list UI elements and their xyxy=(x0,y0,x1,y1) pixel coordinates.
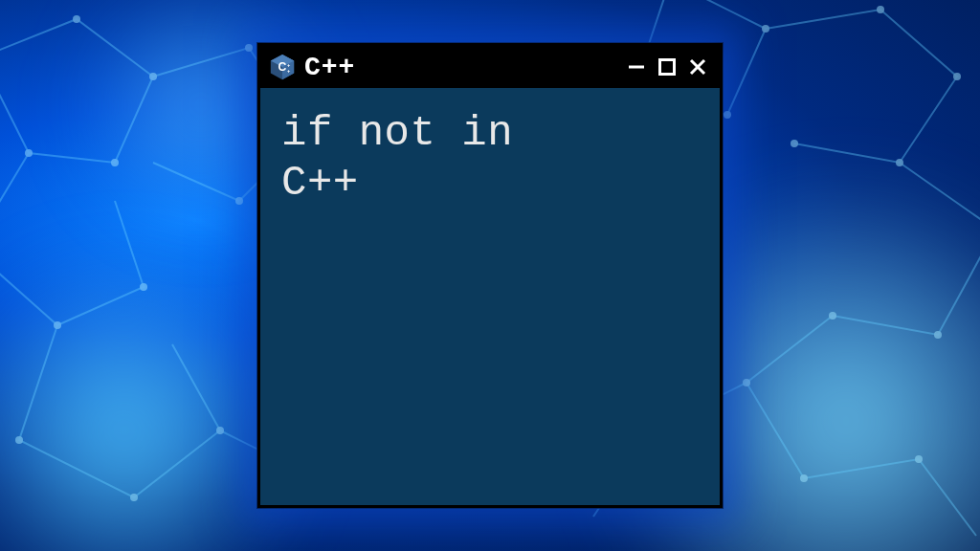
svg-text:C: C xyxy=(278,60,287,74)
svg-point-18 xyxy=(896,159,903,166)
svg-point-9 xyxy=(15,436,23,444)
svg-point-22 xyxy=(743,379,750,386)
cpp-logo-icon: C + + xyxy=(268,53,297,81)
svg-point-10 xyxy=(130,494,138,501)
svg-point-0 xyxy=(73,15,80,23)
svg-point-6 xyxy=(25,149,33,157)
svg-point-17 xyxy=(953,73,961,80)
svg-point-2 xyxy=(111,159,119,166)
svg-point-1 xyxy=(149,73,157,80)
window-controls xyxy=(624,55,710,79)
svg-point-8 xyxy=(140,283,147,291)
svg-point-5 xyxy=(235,197,243,205)
svg-point-14 xyxy=(724,111,731,119)
maximize-button[interactable] xyxy=(655,55,679,79)
svg-point-19 xyxy=(791,140,798,147)
svg-point-3 xyxy=(245,44,253,52)
minimize-button[interactable] xyxy=(624,55,649,79)
close-button[interactable] xyxy=(685,55,710,79)
svg-point-7 xyxy=(54,321,61,329)
svg-point-13 xyxy=(762,25,769,33)
svg-point-23 xyxy=(800,474,808,482)
terminal-window: C + + C++ if not in C++ xyxy=(257,43,723,508)
svg-point-16 xyxy=(877,6,884,13)
code-line-2: C++ xyxy=(281,159,359,207)
terminal-content: if not in C++ xyxy=(260,88,720,505)
svg-point-24 xyxy=(915,455,923,463)
code-line-1: if not in xyxy=(281,109,513,157)
svg-rect-33 xyxy=(660,60,675,75)
svg-point-21 xyxy=(829,312,836,320)
svg-point-20 xyxy=(934,331,942,339)
titlebar[interactable]: C + + C++ xyxy=(260,46,720,88)
window-title: C++ xyxy=(304,53,355,82)
svg-point-11 xyxy=(216,427,224,434)
